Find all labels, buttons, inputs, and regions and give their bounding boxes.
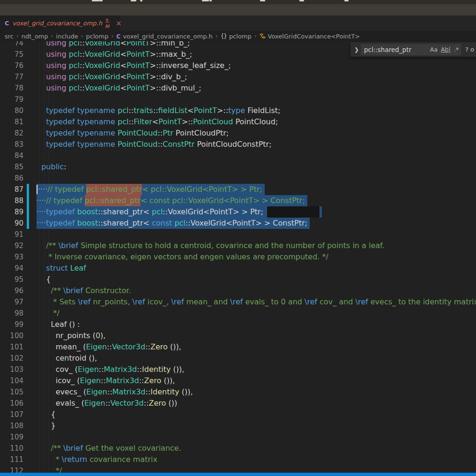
code-text[interactable]: * Inverse covariance, eigen vectors and … <box>37 251 476 263</box>
code-line[interactable]: 97 * Sets \ref nr_points, \ref icov_, \r… <box>0 296 476 308</box>
line-number[interactable]: 83 <box>0 139 23 150</box>
code-text[interactable]: struct Leaf <box>37 263 476 274</box>
code-line[interactable]: 81 typedef typename pcl::Filter<PointT>:… <box>0 116 476 128</box>
line-number[interactable]: 102 <box>0 353 23 364</box>
line-number[interactable]: 108 <box>0 420 23 431</box>
line-number[interactable]: 99 <box>0 319 23 330</box>
code-line[interactable]: 88····// typedef pcl::shared_ptr< const … <box>0 195 476 206</box>
line-number[interactable]: 104 <box>0 375 23 386</box>
code-line[interactable]: 79 <box>0 94 476 105</box>
editor[interactable]: 74 using pcl::VoxelGrid<PointT>::min_b_;… <box>0 0 476 473</box>
code-line[interactable]: 85 public: <box>0 161 476 173</box>
code-text[interactable]: * \return covariance matrix <box>37 454 476 465</box>
line-number[interactable]: 77 <box>0 71 23 83</box>
code-line[interactable]: 83 typedef typename PointCloud::ConstPtr… <box>0 139 476 150</box>
code-text[interactable]: ····typedef boost::shared_ptr< pcl::Voxe… <box>37 206 476 218</box>
line-number[interactable]: 79 <box>0 94 23 105</box>
code-line[interactable]: 93 * Inverse covariance, eigen vectors a… <box>0 251 476 263</box>
code-text[interactable]: /** \brief Get the voxel covariance. <box>37 443 476 454</box>
code-text[interactable]: * Sets \ref nr_points, \ref icov_, \ref … <box>37 296 476 308</box>
code-line[interactable]: 76 using pcl::VoxelGrid<PointT>::inverse… <box>0 60 476 71</box>
code-text[interactable] <box>37 229 476 240</box>
code-line[interactable]: 98 */ <box>0 308 476 319</box>
line-number[interactable]: 106 <box>0 398 23 409</box>
code-line[interactable]: 86 <box>0 173 476 184</box>
code-line[interactable]: 107 { <box>0 409 476 420</box>
code-text[interactable]: { <box>37 409 476 420</box>
breadcrumb-item[interactable]: VoxelGridCovariance<PointT> <box>268 33 360 40</box>
code-text[interactable]: using pcl::VoxelGrid<PointT>::div_b_; <box>37 71 476 83</box>
code-text[interactable]: typedef typename PointCloud::ConstPtr Po… <box>37 139 476 150</box>
code-line[interactable]: 100 nr_points (0), <box>0 330 476 341</box>
line-number[interactable]: 91 <box>0 229 23 240</box>
code-line[interactable]: 99 Leaf () : <box>0 319 476 330</box>
code-line[interactable]: 94 struct Leaf <box>0 263 476 274</box>
line-number[interactable]: 89 <box>0 206 23 218</box>
code-line[interactable]: 91 <box>0 229 476 240</box>
code-text[interactable]: */ <box>37 308 476 319</box>
code-text[interactable] <box>37 150 476 161</box>
code-text[interactable]: ····// typedef pcl::shared_ptr< const pc… <box>37 195 476 206</box>
line-number[interactable]: 95 <box>0 274 23 285</box>
code-line[interactable]: 110 /** \brief Get the voxel covariance. <box>0 443 476 454</box>
line-number[interactable]: 78 <box>0 83 23 94</box>
line-number[interactable]: 109 <box>0 431 23 443</box>
match-case-icon[interactable]: Aa <box>430 46 438 53</box>
code-text[interactable]: ····// typedef pcl::shared_ptr< pcl::Vox… <box>37 184 476 195</box>
line-number[interactable]: 96 <box>0 285 23 296</box>
code-line[interactable]: 78 using pcl::VoxelGrid<PointT>::divb_mu… <box>0 83 476 94</box>
code-line[interactable]: 77 using pcl::VoxelGrid<PointT>::div_b_; <box>0 71 476 83</box>
code-line[interactable]: 89····typedef boost::shared_ptr< pcl::Vo… <box>0 206 476 218</box>
line-number[interactable]: 110 <box>0 443 23 454</box>
regex-icon[interactable]: .* <box>454 46 459 53</box>
code-text[interactable]: ····typedef boost::shared_ptr< const pcl… <box>37 218 476 229</box>
line-number[interactable]: 92 <box>0 240 23 251</box>
code-line[interactable]: 101 mean_ (Eigen::Vector3d::Zero ()), <box>0 341 476 353</box>
line-number[interactable]: 87 <box>0 184 23 195</box>
code-text[interactable]: evecs_ (Eigen::Matrix3d::Identity ()), <box>37 386 476 398</box>
line-number[interactable]: 82 <box>0 128 23 139</box>
code-text[interactable]: using pcl::VoxelGrid<PointT>::inverse_le… <box>37 60 476 71</box>
breadcrumb-item[interactable]: src <box>5 33 14 40</box>
line-number[interactable]: 86 <box>0 173 23 184</box>
code-text[interactable]: typedef typename PointCloud::Ptr PointCl… <box>37 128 476 139</box>
line-number[interactable]: 111 <box>0 454 23 465</box>
line-number[interactable]: 75 <box>0 49 23 60</box>
line-number[interactable]: 98 <box>0 308 23 319</box>
code-line[interactable]: 80 typedef typename pcl::traits::fieldLi… <box>0 105 476 116</box>
code-line[interactable]: 95 { <box>0 274 476 285</box>
code-text[interactable]: mean_ (Eigen::Vector3d::Zero ()), <box>37 341 476 353</box>
breadcrumb-item[interactable]: include <box>56 33 78 40</box>
code-text[interactable]: cov_ (Eigen::Matrix3d::Identity ()), <box>37 364 476 375</box>
line-number[interactable]: 107 <box>0 409 23 420</box>
code-line[interactable]: 109 <box>0 431 476 443</box>
code-text[interactable]: typedef typename pcl::traits::fieldList<… <box>37 105 476 116</box>
line-number[interactable]: 94 <box>0 263 23 274</box>
line-number[interactable]: 90 <box>0 218 23 229</box>
code-text[interactable] <box>37 431 476 443</box>
breadcrumb-item[interactable]: voxel_grid_covariance_omp.h <box>123 33 212 40</box>
code-line[interactable]: 103 cov_ (Eigen::Matrix3d::Identity ()), <box>0 364 476 375</box>
code-line[interactable]: 111 * \return covariance matrix <box>0 454 476 465</box>
code-line[interactable]: 102 centroid (), <box>0 353 476 364</box>
code-text[interactable]: icov_ (Eigen::Matrix3d::Zero ()), <box>37 375 476 386</box>
code-line[interactable]: 108 } <box>0 420 476 431</box>
find-input[interactable] <box>364 46 427 53</box>
line-number[interactable]: 88 <box>0 195 23 206</box>
breadcrumb-item[interactable]: pclomp <box>229 33 252 40</box>
code-text[interactable]: /** \brief Simple structure to hold a ce… <box>37 240 476 251</box>
line-number[interactable]: 84 <box>0 150 23 161</box>
code-line[interactable]: 82 typedef typename PointCloud::Ptr Poin… <box>0 128 476 139</box>
breadcrumb-item[interactable]: pclomp <box>86 33 109 40</box>
code-line[interactable]: 105 evecs_ (Eigen::Matrix3d::Identity ()… <box>0 386 476 398</box>
code-line[interactable]: 104 icov_ (Eigen::Matrix3d::Zero ()), <box>0 375 476 386</box>
code-text[interactable]: nr_points (0), <box>37 330 476 341</box>
code-line[interactable]: 92 /** \brief Simple structure to hold a… <box>0 240 476 251</box>
find-toggle-replace-icon[interactable]: ❯ <box>352 46 361 53</box>
line-number[interactable]: 100 <box>0 330 23 341</box>
code-text[interactable]: } <box>37 420 476 431</box>
breadcrumb-item[interactable]: ndt_omp <box>22 33 48 40</box>
code-text[interactable]: typedef typename pcl::Filter<PointT>::Po… <box>37 116 476 128</box>
code-text[interactable]: using pcl::VoxelGrid<PointT>::divb_mul_; <box>37 83 476 94</box>
code-text[interactable]: centroid (), <box>37 353 476 364</box>
